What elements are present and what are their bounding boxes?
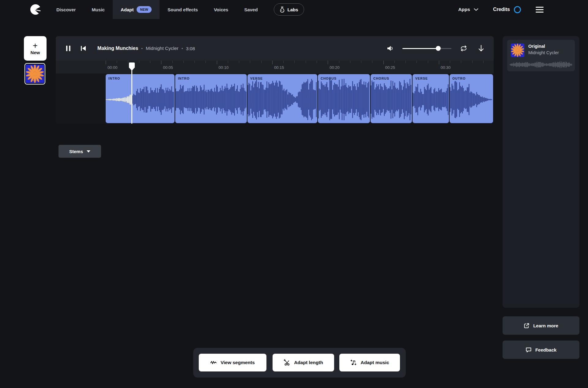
segment-waveform [175, 74, 247, 123]
ruler-time-label: 00:00 [107, 65, 118, 70]
waveform-row: Stems INTROINTROVERSECHORUSCHORUSVERSEOU… [56, 73, 494, 124]
music-note-icon [350, 359, 357, 366]
ruler-minor-tick [483, 61, 484, 63]
ruler-major-tick [439, 61, 439, 64]
segment-label: VERSE [415, 77, 428, 80]
ruler-minor-tick [372, 61, 372, 63]
top-nav: DiscoverMusicAdaptNEWSound effectsVoices… [0, 0, 588, 19]
adapt-length-label: Adapt length [294, 360, 323, 365]
ruler-minor-tick [350, 61, 350, 63]
nav-item-music[interactable]: Music [84, 0, 113, 19]
ruler-minor-tick [228, 61, 228, 63]
album-art-flower [511, 43, 524, 57]
loop-button[interactable] [458, 43, 469, 54]
download-button[interactable] [476, 43, 486, 54]
segment-waveform [318, 74, 370, 123]
segment-waveform [371, 74, 412, 123]
waveform-zigzag-icon [210, 360, 217, 365]
segment-verse-2[interactable]: VERSE [247, 74, 317, 123]
skip-to-start-button[interactable] [78, 44, 88, 53]
nav-item-label: Discover [56, 7, 76, 12]
apps-menu[interactable]: Apps [458, 7, 478, 12]
segment-intro-1[interactable]: INTRO [175, 74, 247, 123]
ruler-minor-tick [306, 61, 306, 63]
pause-button[interactable] [64, 43, 73, 53]
ruler-minor-tick [128, 61, 128, 63]
ruler-minor-tick [428, 61, 428, 63]
stems-dropdown[interactable]: Stems [58, 145, 101, 158]
segment-waveform [450, 74, 493, 123]
volume-slider[interactable] [402, 46, 451, 51]
nav-item-label: Voices [214, 7, 228, 12]
ruler-major-tick [161, 61, 161, 64]
labs-button[interactable]: Labs [274, 3, 304, 16]
ruler-minor-tick [317, 61, 317, 63]
ruler-minor-tick [150, 61, 150, 63]
volume-fill [402, 48, 438, 49]
segment-chorus-3[interactable]: CHORUS [318, 74, 370, 123]
learn-more-button[interactable]: Learn more [503, 316, 579, 335]
segment-label: CHORUS [321, 77, 337, 80]
nav-item-adapt[interactable]: AdaptNEW [113, 0, 160, 19]
segment-label: OUTRO [452, 77, 466, 80]
ruler-minor-tick [450, 61, 450, 63]
download-icon [478, 45, 484, 52]
segment-waveform [247, 74, 317, 123]
hamburger-menu-icon[interactable] [536, 7, 544, 13]
view-segments-button[interactable]: View segments [199, 354, 266, 371]
volume-thumb[interactable] [436, 46, 441, 51]
credits-button[interactable]: Credits [493, 6, 521, 13]
bottom-toolbar: View segments Adapt length Adapt music [193, 348, 406, 378]
ruler-major-tick [383, 61, 384, 64]
nav-item-saved[interactable]: Saved [236, 0, 266, 19]
ruler-major-tick [328, 61, 328, 64]
loop-icon [460, 45, 467, 52]
nav-item-discover[interactable]: Discover [48, 0, 84, 19]
playhead-line [131, 63, 132, 124]
separator-dot: • [182, 46, 183, 51]
track-artist: Midnight Cycler [146, 46, 179, 51]
segment-label: CHORUS [373, 77, 389, 80]
feedback-button[interactable]: Feedback [503, 341, 579, 359]
epidemic-sound-logo[interactable] [29, 0, 42, 19]
ruler-minor-tick [472, 61, 473, 63]
new-badge: NEW [137, 6, 152, 13]
stems-label: Stems [69, 149, 83, 154]
ruler-minor-tick [261, 61, 262, 63]
ruler-minor-tick [239, 61, 239, 63]
ruler-minor-tick [405, 61, 406, 63]
segment-played-region [106, 74, 132, 123]
segment-intro-0[interactable]: INTRO [106, 74, 175, 123]
adapt-music-label: Adapt music [360, 360, 389, 365]
ruler-minor-tick [461, 61, 461, 63]
segment-chorus-4[interactable]: CHORUS [371, 74, 412, 123]
timeline-ruler[interactable]: 00:0000:0500:1000:1500:2000:2500:30 [56, 61, 494, 73]
ruler-major-tick [106, 61, 106, 64]
new-project-button[interactable]: + New [24, 36, 47, 61]
ruler-minor-tick [361, 61, 361, 63]
nav-item-voices[interactable]: Voices [206, 0, 236, 19]
volume-icon [386, 45, 394, 52]
original-version-card[interactable]: Original Midnight Cycler [507, 40, 575, 71]
segment-waveform [106, 74, 132, 123]
adapt-music-button[interactable]: Adapt music [339, 354, 400, 371]
feedback-label: Feedback [535, 347, 556, 352]
project-thumbnail-selected[interactable] [24, 63, 45, 85]
segment-verse-5[interactable]: VERSE [413, 74, 449, 123]
ruler-minor-tick [294, 61, 295, 63]
skip-back-icon [80, 46, 86, 51]
volume-button[interactable] [385, 43, 396, 54]
ruler-time-label: 00:20 [330, 65, 340, 70]
flask-icon [280, 6, 285, 13]
segment-outro-6[interactable]: OUTRO [450, 74, 493, 123]
original-title: Original [528, 44, 545, 49]
ruler-minor-tick [172, 61, 173, 63]
nav-item-label: Music [92, 7, 105, 12]
segment-label: INTRO [108, 77, 120, 80]
nav-item-sound-effects[interactable]: Sound effects [160, 0, 206, 19]
album-art-flower [26, 64, 44, 83]
adapt-length-button[interactable]: Adapt length [273, 354, 334, 371]
original-waveform [510, 59, 572, 70]
ruler-time-label: 00:30 [441, 65, 451, 70]
original-thumbnail [511, 43, 524, 57]
